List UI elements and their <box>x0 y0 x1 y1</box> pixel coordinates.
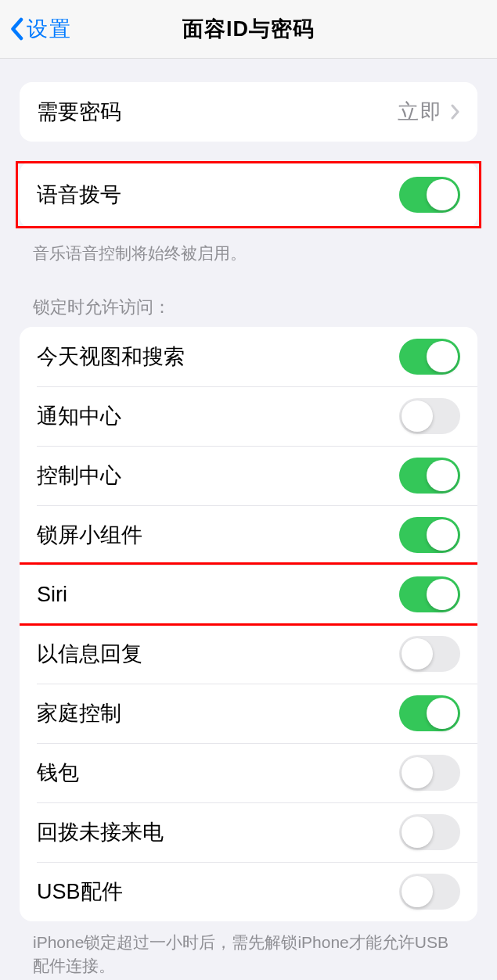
group-voice-dial-wrapper: 语音拨号 <box>16 161 481 228</box>
row-voice-dial: 语音拨号 <box>20 161 477 228</box>
toggle-lock-item[interactable] <box>399 874 460 910</box>
nav-header: 设置 面容ID与密码 <box>0 0 497 59</box>
row-lock-item: 今天视图和搜索 <box>20 327 477 386</box>
toggle-lock-item[interactable] <box>399 636 460 672</box>
toggle-knob <box>402 817 433 848</box>
chevron-right-icon <box>451 104 460 120</box>
row-lock-item: Siri <box>20 565 477 624</box>
toggle-lock-item[interactable] <box>399 458 460 494</box>
toggle-lock-item[interactable] <box>399 814 460 850</box>
toggle-knob <box>427 460 458 491</box>
group-require-passcode: 需要密码 立即 <box>20 82 477 142</box>
row-label: USB配件 <box>37 878 123 906</box>
row-lock-item: 回拨未接来电 <box>20 802 477 862</box>
toggle-voice-dial[interactable] <box>399 177 460 213</box>
toggle-knob <box>427 698 458 729</box>
row-lock-item: USB配件 <box>20 862 477 921</box>
row-lock-item: 以信息回复 <box>20 624 477 684</box>
toggle-lock-item[interactable] <box>399 339 460 375</box>
toggle-lock-item[interactable] <box>399 695 460 731</box>
toggle-lock-item[interactable] <box>399 517 460 553</box>
row-label: 需要密码 <box>37 98 121 126</box>
toggle-knob <box>427 179 458 210</box>
chevron-left-icon <box>9 17 23 41</box>
row-lock-item: 家庭控制 <box>20 684 477 743</box>
toggle-knob <box>402 638 433 669</box>
group-voice-dial: 语音拨号 <box>20 161 477 228</box>
row-lock-item: 钱包 <box>20 743 477 802</box>
toggle-knob <box>427 519 458 551</box>
footer-lock-access: iPhone锁定超过一小时后，需先解锁iPhone才能允许USB配件连接。 <box>0 921 497 977</box>
toggle-knob <box>402 400 433 432</box>
row-label: 通知中心 <box>37 402 121 430</box>
page-title: 面容ID与密码 <box>182 15 315 43</box>
row-label: 语音拨号 <box>37 181 121 209</box>
toggle-knob <box>402 757 433 788</box>
footer-voice-dial: 音乐语音控制将始终被启用。 <box>0 232 497 264</box>
toggle-knob <box>402 876 433 907</box>
back-label: 设置 <box>27 15 72 43</box>
row-lock-item: 锁屏小组件 <box>20 505 477 565</box>
row-value: 立即 <box>398 98 460 126</box>
toggle-knob <box>427 341 458 372</box>
row-lock-item: 控制中心 <box>20 446 477 505</box>
row-label: 控制中心 <box>37 461 121 490</box>
row-label: 家庭控制 <box>37 699 121 727</box>
section-header-lock-access: 锁定时允许访问： <box>0 264 497 327</box>
toggle-lock-item[interactable] <box>399 576 460 612</box>
row-label: 锁屏小组件 <box>37 521 142 549</box>
toggle-lock-item[interactable] <box>399 398 460 434</box>
row-label: 回拨未接来电 <box>37 818 164 846</box>
row-label: Siri <box>37 583 67 607</box>
toggle-lock-item[interactable] <box>399 755 460 791</box>
row-value-text: 立即 <box>398 98 443 126</box>
row-label: 以信息回复 <box>37 640 142 668</box>
toggle-knob <box>427 579 458 610</box>
content: 需要密码 立即 语音拨号 音乐语音控制将始终被启用。 锁定时允许访问： 今天视图… <box>0 82 497 980</box>
row-label: 今天视图和搜索 <box>37 343 185 371</box>
row-lock-item: 通知中心 <box>20 386 477 446</box>
row-require-passcode[interactable]: 需要密码 立即 <box>20 82 477 142</box>
group-lock-access: 今天视图和搜索通知中心控制中心锁屏小组件Siri以信息回复家庭控制钱包回拨未接来… <box>20 327 477 921</box>
row-label: 钱包 <box>37 759 79 787</box>
back-button[interactable]: 设置 <box>0 15 72 43</box>
